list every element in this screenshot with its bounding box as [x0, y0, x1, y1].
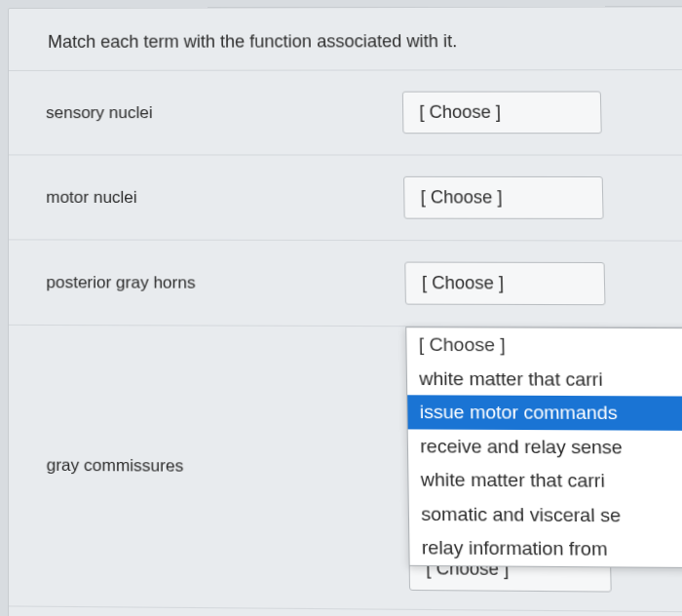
term-label: gray commissures [9, 425, 408, 508]
dropdown-option-highlighted[interactable]: issue motor commands [407, 395, 682, 431]
choice-cell: [ Choose ] [403, 159, 682, 238]
term-label: motor nuclei [9, 158, 404, 238]
term-label: ascending tracts [9, 609, 411, 616]
dropdown-option[interactable]: somatic and visceral se [409, 497, 682, 534]
dropdown-option[interactable]: relay information from [409, 531, 682, 568]
question-card: Match each term with the function associ… [8, 6, 682, 616]
choice-cell-open: [ Choose ] white matter that carri issue… [405, 327, 682, 611]
choice-cell: [ Choose ] [402, 73, 682, 151]
choose-dropdown[interactable]: [ Choose ] [403, 176, 604, 219]
choice-cell: [ Choose ] [404, 244, 682, 324]
choose-dropdown[interactable]: [ Choose ] [404, 262, 605, 306]
match-row: gray commissures [ Choose ] white matter… [9, 326, 682, 613]
dropdown-option[interactable]: receive and relay sense [408, 429, 682, 465]
choose-dropdown[interactable]: [ Choose ] [402, 91, 602, 134]
question-prompt: Match each term with the function associ… [9, 7, 682, 71]
match-row: motor nuclei [ Choose ] [9, 155, 682, 241]
dropdown-panel[interactable]: [ Choose ] white matter that carri issue… [405, 327, 682, 568]
dropdown-option-placeholder[interactable]: [ Choose ] [406, 327, 682, 363]
match-row: sensory nuclei [ Choose ] [9, 70, 682, 156]
match-row: posterior gray horns [ Choose ] [9, 240, 682, 327]
dropdown-option[interactable]: white matter that carri [407, 362, 682, 397]
term-label: posterior gray horns [9, 243, 405, 324]
dropdown-option[interactable]: white matter that carri [408, 463, 682, 499]
term-label: sensory nuclei [9, 73, 403, 152]
